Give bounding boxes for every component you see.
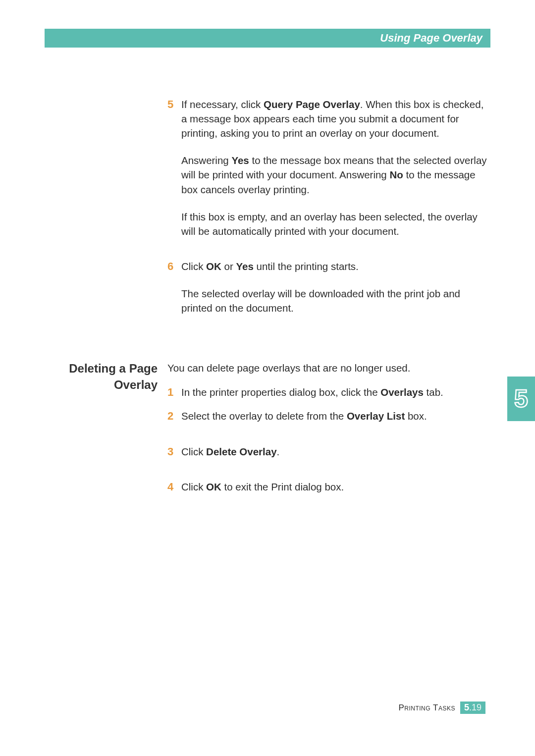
intro-text: You can delete page overlays that are no… bbox=[167, 361, 490, 375]
step-row: 4 Click OK to exit the Print dialog box. bbox=[167, 480, 490, 494]
step-row: 1 In the printer properties dialog box, … bbox=[167, 385, 490, 400]
left-margin bbox=[45, 97, 167, 238]
chapter-tab: 5 bbox=[507, 377, 535, 421]
step-block: 4 Click OK to exit the Print dialog box. bbox=[45, 480, 490, 494]
left-margin bbox=[45, 409, 167, 424]
content-area: 5 If necessary, click Query Page Overlay… bbox=[45, 48, 490, 494]
section-intro-row: Deleting a Page Overlay You can delete p… bbox=[45, 361, 490, 400]
footer-page: 19 bbox=[472, 702, 482, 712]
section-heading-col: Deleting a Page Overlay bbox=[45, 361, 167, 400]
section-deleting: Deleting a Page Overlay You can delete p… bbox=[45, 361, 490, 494]
step-block: 6 Click OK or Yes until the printing sta… bbox=[45, 259, 490, 315]
step-row: 2 Select the overlay to delete from the … bbox=[167, 409, 490, 424]
step-number: 6 bbox=[167, 259, 181, 315]
section-heading: Deleting a Page Overlay bbox=[45, 361, 158, 393]
step-number: 2 bbox=[167, 409, 181, 424]
footer: Printing Tasks 5.19 bbox=[398, 702, 485, 714]
step-para: Click OK or Yes until the printing start… bbox=[181, 259, 490, 273]
left-margin bbox=[45, 480, 167, 494]
step-text: If necessary, click Query Page Overlay. … bbox=[181, 97, 490, 238]
step-number: 1 bbox=[167, 385, 181, 400]
step-text: Click OK to exit the Print dialog box. bbox=[181, 480, 490, 494]
left-margin bbox=[45, 444, 167, 459]
step-para: Answering Yes to the message box means t… bbox=[181, 153, 490, 196]
step-row: 3 Click Delete Overlay. bbox=[167, 444, 490, 459]
step-para: The selected overlay will be downloaded … bbox=[181, 286, 490, 315]
footer-section-label: Printing Tasks bbox=[398, 703, 455, 713]
step-number: 4 bbox=[167, 480, 181, 494]
step-block: 2 Select the overlay to delete from the … bbox=[45, 409, 490, 424]
footer-chapter: 5 bbox=[464, 702, 469, 712]
step-row: 5 If necessary, click Query Page Overlay… bbox=[167, 97, 490, 238]
step-text: In the printer properties dialog box, cl… bbox=[181, 385, 490, 400]
step-para: If necessary, click Query Page Overlay. … bbox=[181, 97, 490, 140]
section-intro: You can delete page overlays that are no… bbox=[167, 361, 490, 400]
step-block: 5 If necessary, click Query Page Overlay… bbox=[45, 97, 490, 238]
step-block: 3 Click Delete Overlay. bbox=[45, 444, 490, 459]
footer-page-number: 5.19 bbox=[460, 702, 485, 714]
left-margin bbox=[45, 259, 167, 315]
step-text: Select the overlay to delete from the Ov… bbox=[181, 409, 490, 424]
page: Using Page Overlay 5 If necessary, click… bbox=[0, 0, 535, 756]
step-text: Click Delete Overlay. bbox=[181, 444, 490, 459]
chapter-tab-number: 5 bbox=[514, 384, 528, 413]
step-number: 5 bbox=[167, 97, 181, 238]
step-number: 3 bbox=[167, 444, 181, 459]
header-bar: Using Page Overlay bbox=[45, 29, 490, 48]
step-text: Click OK or Yes until the printing start… bbox=[181, 259, 490, 315]
header-title: Using Page Overlay bbox=[380, 32, 482, 45]
step-para: If this box is empty, and an overlay has… bbox=[181, 210, 490, 238]
step-row: 6 Click OK or Yes until the printing sta… bbox=[167, 259, 490, 315]
